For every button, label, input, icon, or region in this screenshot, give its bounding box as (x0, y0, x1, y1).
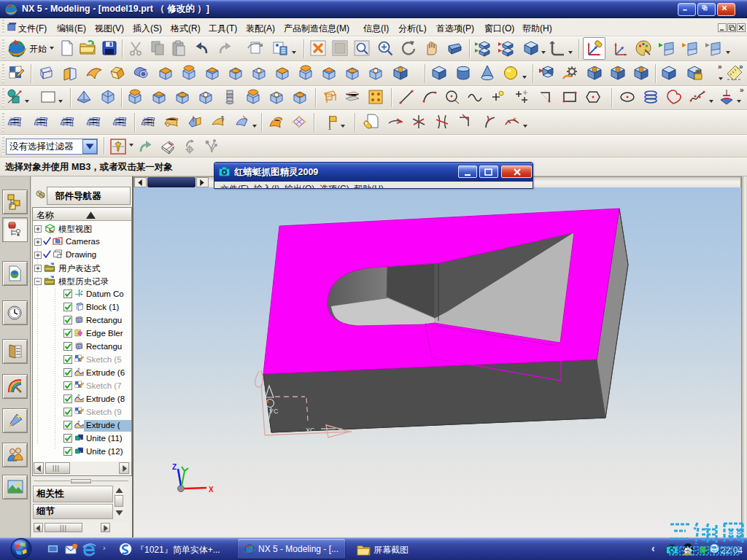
svg-text:X: X (338, 427, 342, 434)
svg-text:XC: XC (306, 427, 315, 434)
svg-text:X: X (209, 486, 214, 494)
svg-text:YC: YC (269, 408, 279, 415)
svg-text:Z: Z (172, 463, 177, 471)
svg-text:Z: Z (255, 392, 259, 400)
